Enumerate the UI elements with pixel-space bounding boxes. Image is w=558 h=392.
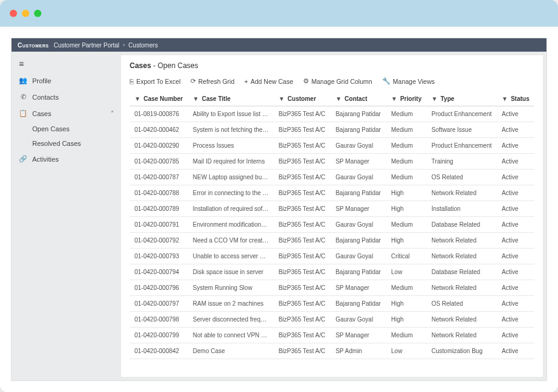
- cell-customer: BizP365 Test A/C: [274, 106, 331, 122]
- cell-customer: BizP365 Test A/C: [274, 233, 331, 249]
- filter-icon[interactable]: ▼: [501, 95, 507, 102]
- table-row[interactable]: 01-0420-000789Installation of required s…: [130, 201, 534, 217]
- chevron-right-icon: ›: [123, 42, 125, 48]
- breadcrumb-item-1[interactable]: Customer Partner Portal: [54, 42, 119, 49]
- browser-frame: Customers Customer Partner Portal › Cust…: [0, 0, 558, 392]
- cell-status: Active: [497, 217, 534, 233]
- cell-customer: BizP365 Test A/C: [274, 154, 331, 170]
- cell-status: Active: [497, 249, 534, 264]
- cell-priority: Medium: [386, 217, 427, 233]
- table-row[interactable]: 01-0420-000793Unable to access server sh…: [130, 249, 534, 264]
- cell-priority: Low: [386, 264, 427, 280]
- filter-icon[interactable]: ▼: [279, 95, 285, 102]
- column-header-case-title[interactable]: ▼Case Title: [188, 92, 274, 106]
- sidebar-toggle-button[interactable]: ≡: [12, 55, 121, 72]
- cell-priority: Medium: [386, 170, 427, 185]
- cell-case-title: Need a CCO VM for creating ...: [188, 233, 274, 249]
- excel-icon: ⎘: [130, 78, 134, 85]
- table-row[interactable]: 01-0420-000290Process IssuesBizP365 Test…: [130, 138, 534, 154]
- table-row[interactable]: 01-0420-000462System is not fetching the…: [130, 122, 534, 138]
- table-row[interactable]: 01-0420-000796System Running SlowBizP365…: [130, 280, 534, 296]
- cell-case-title: Error in connecting to the ser...: [188, 185, 274, 201]
- cell-customer: BizP365 Test A/C: [274, 249, 331, 264]
- cell-priority: Medium: [386, 280, 427, 296]
- cell-contact: SP Manager: [330, 328, 386, 343]
- filter-icon[interactable]: ▼: [431, 95, 438, 102]
- filter-icon[interactable]: ▼: [335, 95, 341, 102]
- clipboard-icon: 📋: [19, 109, 27, 117]
- table-row[interactable]: 01-0420-000792Need a CCO VM for creating…: [130, 233, 534, 249]
- cell-case-title: Ability to Export Issue list filte...: [188, 106, 274, 122]
- cell-case-title: Unable to access server shar...: [188, 249, 274, 264]
- column-header-type[interactable]: ▼Type: [427, 92, 497, 106]
- share-icon: 🔗: [19, 155, 27, 163]
- toolbar-label: Export To Excel: [136, 78, 181, 85]
- browser-header: [0, 0, 558, 27]
- manage-grid-column-button[interactable]: ⚙ Manage Grid Column: [303, 77, 372, 85]
- close-window-button[interactable]: [10, 10, 17, 17]
- sidebar-subitem-open-cases[interactable]: Open Cases: [32, 122, 121, 136]
- export-excel-button[interactable]: ⎘ Export To Excel: [130, 77, 181, 85]
- sidebar-item-profile[interactable]: 👥 Profile: [12, 72, 121, 89]
- sidebar-item-cases[interactable]: 📋 Cases ˄: [12, 105, 121, 122]
- cell-customer: BizP365 Test A/C: [274, 217, 331, 233]
- cell-case-number: 01-0420-000462: [130, 122, 188, 138]
- maximize-window-button[interactable]: [34, 10, 41, 17]
- table-row[interactable]: 01-0420-000791Environment modification r…: [130, 217, 534, 233]
- cell-contact: Gaurav Goyal: [330, 170, 386, 185]
- cell-case-number: 01-0420-000797: [130, 296, 188, 312]
- cell-type: Database Related: [427, 264, 497, 280]
- cell-case-number: 01-0420-000787: [130, 170, 188, 185]
- table-row[interactable]: 01-0420-000797RAM issue on 2 machinesBiz…: [130, 296, 534, 312]
- cell-case-title: RAM issue on 2 machines: [188, 296, 274, 312]
- cell-contact: Gaurav Goyal: [330, 312, 386, 328]
- sidebar-item-contacts[interactable]: ✆ Contacts: [12, 89, 121, 105]
- table-row[interactable]: 01-0420-000787NEW Laptop assigned but O.…: [130, 170, 534, 185]
- table-row[interactable]: 01-0420-000842Demo CaseBizP365 Test A/CS…: [130, 343, 534, 359]
- sidebar-item-activities[interactable]: 🔗 Activities: [12, 151, 121, 167]
- cell-status: Active: [497, 233, 534, 249]
- breadcrumb-item-2[interactable]: Customers: [128, 42, 158, 49]
- refresh-grid-button[interactable]: ⟳ Refresh Grid: [190, 77, 235, 85]
- app-content: Customers Customer Partner Portal › Cust…: [0, 27, 558, 392]
- content-panel: Cases - Open Cases ⎘ Export To Excel ⟳ R…: [121, 55, 543, 377]
- add-new-case-button[interactable]: + Add New Case: [244, 77, 293, 85]
- cell-type: Product Enhancement: [427, 106, 497, 122]
- column-header-case-number[interactable]: ▼Case Number: [130, 92, 188, 106]
- phone-icon: ✆: [19, 93, 27, 101]
- sidebar-subitem-resolved-cases[interactable]: Resolved Cases: [32, 136, 121, 151]
- cell-status: Active: [497, 280, 534, 296]
- column-header-customer[interactable]: ▼Customer: [274, 92, 331, 106]
- cell-case-title: Installation of required softwa...: [188, 201, 274, 217]
- minimize-window-button[interactable]: [22, 10, 29, 17]
- table-row[interactable]: 01-0420-000799Not able to connect VPN se…: [130, 328, 534, 343]
- filter-icon[interactable]: ▼: [193, 95, 199, 102]
- cell-type: Customization Bug: [427, 343, 497, 359]
- cell-type: OS Related: [427, 170, 497, 185]
- chevron-up-icon: ˄: [111, 110, 114, 117]
- breadcrumb: Customer Partner Portal › Customers: [54, 42, 158, 49]
- cell-type: Network Related: [427, 280, 497, 296]
- table-row[interactable]: 01-0420-000785Mail ID required for Inter…: [130, 154, 534, 170]
- cell-contact: Bajarang Patidar: [330, 122, 386, 138]
- cell-type: Software Issue: [427, 122, 497, 138]
- cell-status: Active: [497, 185, 534, 201]
- table-row[interactable]: 01-0819-000876Ability to Export Issue li…: [130, 106, 534, 122]
- cell-status: Active: [497, 154, 534, 170]
- cell-type: Product Enhancement: [427, 138, 497, 154]
- cell-status: Active: [497, 106, 534, 122]
- table-row[interactable]: 01-0420-000798Server disconnected freque…: [130, 312, 534, 328]
- column-header-contact[interactable]: ▼Contact: [330, 92, 386, 106]
- column-header-priority[interactable]: ▼Priority: [386, 92, 427, 106]
- data-grid-wrapper[interactable]: ▼Case Number ▼Case Title ▼Customer ▼Cont…: [121, 92, 543, 377]
- cell-contact: Bajarang Patidar: [330, 296, 386, 312]
- filter-icon[interactable]: ▼: [391, 95, 397, 102]
- manage-views-button[interactable]: 🔧 Manage Views: [382, 77, 435, 85]
- table-row[interactable]: 01-0420-000794Disk space issue in server…: [130, 264, 534, 280]
- column-header-status[interactable]: ▼Status: [497, 92, 534, 106]
- table-row[interactable]: 01-0420-000788Error in connecting to the…: [130, 185, 534, 201]
- cell-type: Network Related: [427, 312, 497, 328]
- filter-icon[interactable]: ▼: [134, 95, 141, 102]
- cell-priority: Low: [386, 343, 427, 359]
- cell-contact: Bajarang Patidar: [330, 264, 386, 280]
